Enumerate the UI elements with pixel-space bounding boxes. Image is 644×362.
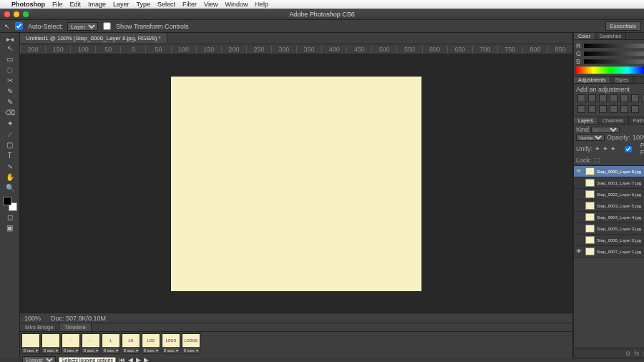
zoom-icon[interactable] [23, 11, 29, 17]
menu-edit[interactable]: Edit [70, 1, 82, 8]
quick-mask-icon[interactable]: ◻ [4, 212, 16, 222]
hand-tool[interactable]: ✋ [4, 172, 16, 182]
layer-row[interactable]: 👁Step_0007_Layer 1.jpg [574, 246, 644, 258]
first-frame-icon[interactable]: ⏮ [119, 356, 125, 362]
adj-icon[interactable] [599, 105, 607, 113]
workspace-switcher[interactable]: Essentials [605, 21, 641, 31]
adj-icon[interactable] [620, 105, 628, 113]
tab-swatches[interactable]: Swatches [595, 33, 626, 39]
move-tool-icon[interactable]: ↖ [4, 23, 10, 30]
frame-duration[interactable]: 0 sec. ▾ [84, 347, 99, 353]
menu-app[interactable]: Photoshop [11, 1, 45, 8]
layer-thumbnail[interactable] [585, 167, 595, 175]
visibility-icon[interactable]: 👁 [574, 168, 583, 175]
menu-view[interactable]: View [204, 1, 218, 8]
timeline-frame[interactable]: LOGO0 sec. ▾ [162, 333, 180, 354]
minimize-icon[interactable] [14, 11, 19, 17]
adj-icon[interactable] [631, 94, 639, 102]
menu-select[interactable]: Select [157, 1, 175, 8]
layer-thumbnail[interactable] [585, 202, 595, 210]
tab-mini-bridge[interactable]: Mini Bridge [20, 323, 59, 331]
layer-row[interactable]: Step_0004_Layer 4.jpg [574, 212, 644, 223]
frame-duration[interactable]: 0 sec. ▾ [44, 347, 59, 353]
doc-info[interactable]: Doc: 507.8K/0.10M [51, 315, 106, 322]
timeline-frame[interactable]: 0 sec. ▾ [42, 333, 60, 354]
brush-tool[interactable]: ✎ [4, 97, 16, 107]
tab-timeline[interactable]: Timeline [59, 323, 92, 331]
layer-thumbnail[interactable] [585, 213, 595, 221]
timeline-frame[interactable]: 0 sec. ▾ [21, 333, 40, 354]
path-tool[interactable]: ∿ [4, 161, 16, 171]
frame-duration[interactable]: 0 sec. ▾ [104, 347, 119, 353]
zoom-tool[interactable]: 🔍 [4, 182, 16, 192]
unify-position-icon[interactable]: ✦ [595, 145, 600, 152]
layer-name[interactable]: Step_0000_Layer 8.jpg [597, 170, 641, 174]
menu-image[interactable]: Image [88, 1, 106, 8]
show-transform-checkbox[interactable] [103, 22, 110, 29]
frame-duration[interactable]: 0 sec. ▾ [24, 347, 39, 353]
tab-color[interactable]: Color [574, 33, 595, 39]
crop-tool[interactable]: ✂ [4, 75, 16, 85]
color-slider[interactable] [584, 59, 644, 64]
loop-dropdown[interactable]: Forever [22, 356, 56, 362]
gradient-tool[interactable]: ✦ [4, 118, 16, 128]
frame-duration[interactable]: 0 sec. ▾ [164, 347, 179, 353]
layer-thumbnail[interactable] [585, 236, 595, 244]
frame-duration[interactable]: 0 sec. ▾ [124, 347, 139, 353]
adj-icon[interactable] [599, 94, 607, 102]
adj-icon[interactable] [631, 105, 639, 113]
canvas[interactable] [171, 77, 421, 291]
blend-mode-dropdown[interactable]: Normal [576, 134, 605, 141]
tab-paths[interactable]: Paths [629, 117, 644, 124]
layer-row[interactable]: 👁Step_0000_Layer 8.jpg [574, 166, 644, 177]
pen-tool[interactable]: ⟋ [4, 129, 16, 139]
foreground-color-swatch[interactable] [3, 197, 11, 205]
link-layers-icon[interactable]: ⊘ [625, 350, 631, 357]
close-icon[interactable] [4, 11, 10, 17]
rectangle-tool[interactable]: ▢ [4, 140, 16, 150]
lasso-tool[interactable]: ◌ [4, 64, 16, 74]
layer-name[interactable]: Step_0005_Layer 3.jpg [597, 227, 641, 231]
eyedropper-tool[interactable]: ✎ [4, 86, 16, 96]
timeline-frame[interactable]: L0 sec. ▾ [102, 333, 120, 354]
layer-name[interactable]: Step_0006_Layer 2.jpg [597, 238, 641, 243]
frame-duration[interactable]: 0 sec. ▾ [184, 347, 199, 353]
layer-row[interactable]: Step_0003_Layer 5.jpg [574, 200, 644, 212]
timeline-frame[interactable]: LOGOS0 sec. ▾ [182, 333, 200, 354]
zoom-level[interactable]: 100% [24, 315, 41, 322]
layer-filter-dropdown[interactable]: ⬚ [591, 127, 620, 133]
document-tab[interactable]: Untitled1 @ 100% (Step_0000_Layer 8.jpg,… [20, 34, 167, 43]
tab-channels[interactable]: Channels [598, 117, 629, 124]
color-spectrum[interactable] [576, 67, 644, 74]
adj-icon[interactable] [577, 105, 585, 113]
adj-icon[interactable] [610, 94, 618, 102]
layer-row[interactable]: Step_0005_Layer 3.jpg [574, 223, 644, 235]
canvas-viewport[interactable] [20, 54, 572, 313]
layer-thumbnail[interactable] [585, 190, 595, 198]
layer-name[interactable]: Step_0002_Layer 6.jpg [597, 192, 641, 197]
next-frame-icon[interactable]: ▶ [144, 356, 149, 362]
menu-help[interactable]: Help [255, 1, 268, 8]
timeline-frame[interactable]: ·0 sec. ▾ [62, 333, 80, 354]
layer-thumbnail[interactable] [585, 225, 595, 233]
propagate-checkbox[interactable] [618, 146, 638, 152]
eraser-tool[interactable]: ⌫ [4, 107, 16, 117]
adj-icon[interactable] [588, 105, 596, 113]
opacity-value[interactable]: 100% [633, 134, 644, 141]
adj-icon[interactable] [610, 105, 618, 113]
screen-mode-toggle[interactable]: ▣ [4, 222, 16, 233]
tab-styles[interactable]: Styles [611, 77, 634, 83]
unify-visibility-icon[interactable]: ✦ [602, 145, 608, 152]
frame-duration[interactable]: 0 sec. ▾ [64, 347, 79, 353]
color-swatches[interactable] [3, 197, 17, 211]
adj-icon[interactable] [577, 94, 585, 102]
unify-style-icon[interactable]: ✦ [610, 145, 616, 152]
color-slider[interactable] [584, 52, 644, 56]
layer-name[interactable]: Step_0003_Layer 5.jpg [597, 204, 641, 208]
layer-name[interactable]: Step_0001_Layer 7.jpg [597, 181, 641, 185]
tab-adjustments[interactable]: Adjustments [574, 77, 611, 83]
auto-select-target[interactable]: Layer [67, 22, 98, 31]
layer-thumbnail[interactable] [585, 179, 595, 187]
color-slider[interactable] [584, 44, 644, 48]
adj-icon[interactable] [620, 94, 628, 102]
